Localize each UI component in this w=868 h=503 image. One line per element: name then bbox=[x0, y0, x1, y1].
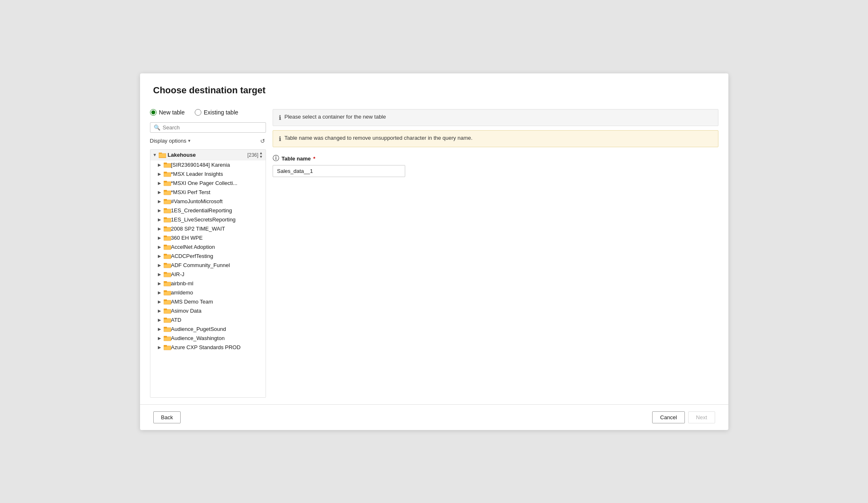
required-star: * bbox=[313, 156, 315, 162]
folder-icon bbox=[164, 317, 171, 323]
scroll-down-arrow[interactable]: ▼ bbox=[259, 155, 263, 159]
table-name-section: Table name * bbox=[273, 155, 718, 177]
table-icon bbox=[273, 155, 279, 161]
table-name-label-row: Table name * bbox=[273, 155, 718, 163]
tree-item-label: ADF Community_Funnel bbox=[171, 262, 230, 268]
tree-item-label: Asimov Data bbox=[171, 308, 202, 314]
info-banner: ℹ Please select a container for the new … bbox=[273, 109, 718, 126]
tree-item-label: Azure CXP Standards PROD bbox=[171, 344, 241, 350]
collapse-icon[interactable]: ▼ bbox=[153, 153, 159, 157]
search-box: 🔍 bbox=[150, 122, 266, 133]
existing-table-radio[interactable] bbox=[195, 109, 201, 116]
folder-icon bbox=[164, 335, 171, 342]
existing-table-radio-label[interactable]: Existing table bbox=[195, 109, 238, 116]
expand-icon[interactable]: ▶ bbox=[158, 245, 164, 249]
folder-icon bbox=[164, 344, 171, 351]
folder-icon bbox=[164, 326, 171, 333]
search-input[interactable] bbox=[163, 124, 262, 131]
expand-icon[interactable]: ▶ bbox=[158, 336, 164, 340]
expand-icon[interactable]: ▶ bbox=[158, 217, 164, 222]
tree-item-label: [SIR236901484] Karenia bbox=[171, 162, 230, 168]
info-icon: ℹ bbox=[279, 114, 281, 121]
folder-icon bbox=[164, 244, 171, 250]
folder-icon bbox=[164, 271, 171, 278]
tree-item-label: airbnb-ml bbox=[171, 280, 193, 287]
tree-item[interactable]: ▶ Audience_PugetSound bbox=[150, 325, 266, 334]
tree-root-label: Lakehouse bbox=[168, 152, 196, 158]
folder-icon bbox=[164, 299, 171, 305]
tree-item[interactable]: ▶ ACDCPerfTesting bbox=[150, 252, 266, 261]
expand-icon[interactable]: ▶ bbox=[158, 199, 164, 204]
expand-icon[interactable]: ▶ bbox=[158, 226, 164, 231]
warning-banner-text: Table name was changed to remove unsuppo… bbox=[285, 135, 473, 141]
expand-icon[interactable]: ▶ bbox=[158, 254, 164, 258]
display-options-row: Display options ▾ ↺ bbox=[150, 136, 266, 146]
footer-right: Cancel Next bbox=[652, 411, 715, 423]
expand-icon[interactable]: ▶ bbox=[158, 345, 164, 350]
tree-item[interactable]: ▶ AMS Demo Team bbox=[150, 297, 266, 306]
folder-icon bbox=[164, 262, 171, 269]
tree-item[interactable]: ▶ AccelNet Adoption bbox=[150, 243, 266, 252]
tree-item[interactable]: ▶ *MSXI One Pager Collecti... bbox=[150, 179, 266, 188]
expand-icon[interactable]: ▶ bbox=[158, 281, 164, 286]
tree-container[interactable]: ▼ Lakehouse [236] ▲ ▼ ▶ bbox=[150, 149, 266, 398]
expand-icon[interactable]: ▶ bbox=[158, 272, 164, 277]
expand-icon[interactable]: ▶ bbox=[158, 163, 164, 167]
svg-point-68 bbox=[276, 156, 276, 156]
next-button: Next bbox=[688, 411, 715, 423]
tree-item-label: amldemo bbox=[171, 289, 193, 296]
chevron-down-icon: ▾ bbox=[188, 138, 191, 143]
tree-item[interactable]: ▶ *MSXi Perf Terst bbox=[150, 188, 266, 197]
tree-item[interactable]: ▶ amldemo bbox=[150, 288, 266, 297]
new-table-radio-label[interactable]: New table bbox=[150, 109, 185, 116]
new-table-radio[interactable] bbox=[150, 109, 157, 116]
expand-icon[interactable]: ▶ bbox=[158, 309, 164, 313]
tree-item[interactable]: ▶ *MSX Leader Insights bbox=[150, 170, 266, 179]
expand-icon[interactable]: ▶ bbox=[158, 263, 164, 267]
expand-icon[interactable]: ▶ bbox=[158, 327, 164, 331]
tree-item[interactable]: ▶ ATD bbox=[150, 316, 266, 325]
tree-item[interactable]: ▶ 2008 SP2 TIME_WAIT bbox=[150, 224, 266, 233]
tree-item[interactable]: ▶ Asimov Data bbox=[150, 306, 266, 316]
tree-item[interactable]: ▶ Azure CXP Standards PROD bbox=[150, 343, 266, 352]
tree-item-label: AccelNet Adoption bbox=[171, 244, 215, 250]
left-panel: New table Existing table 🔍 Display optio… bbox=[150, 109, 266, 398]
tree-item[interactable]: ▶ #VamoJuntoMicrosoft bbox=[150, 197, 266, 206]
tree-item[interactable]: ▶ ADF Community_Funnel bbox=[150, 261, 266, 270]
cancel-button[interactable]: Cancel bbox=[652, 411, 684, 423]
tree-item-label: 2008 SP2 TIME_WAIT bbox=[171, 226, 225, 232]
expand-icon[interactable]: ▶ bbox=[158, 190, 164, 194]
refresh-button[interactable]: ↺ bbox=[259, 137, 266, 145]
tree-item[interactable]: ▶ [SIR236901484] Karenia bbox=[150, 160, 266, 170]
expand-icon[interactable]: ▶ bbox=[158, 208, 164, 213]
tree-root-item[interactable]: ▼ Lakehouse [236] ▲ ▼ bbox=[150, 150, 266, 160]
back-button[interactable]: Back bbox=[153, 411, 181, 423]
tree-item-label: Audience_PugetSound bbox=[171, 326, 226, 332]
tree-item[interactable]: ▶ 1ES_CredentialReporting bbox=[150, 206, 266, 215]
expand-icon[interactable]: ▶ bbox=[158, 181, 164, 185]
folder-icon bbox=[164, 171, 171, 177]
tree-item[interactable]: ▶ airbnb-ml bbox=[150, 279, 266, 288]
tree-item[interactable]: ▶ 360 EH WPE bbox=[150, 233, 266, 243]
existing-table-label: Existing table bbox=[204, 109, 238, 116]
tree-item-label: Audience_Washington bbox=[171, 335, 225, 341]
display-options-toggle[interactable]: Display options ▾ bbox=[150, 138, 191, 144]
folder-icon bbox=[164, 180, 171, 187]
warning-icon: ℹ bbox=[279, 135, 281, 143]
folder-icon bbox=[164, 198, 171, 205]
expand-icon[interactable]: ▶ bbox=[158, 172, 164, 176]
warning-banner: ℹ Table name was changed to remove unsup… bbox=[273, 130, 718, 147]
tree-item[interactable]: ▶ Audience_Washington bbox=[150, 334, 266, 343]
tree-item[interactable]: ▶ 1ES_LiveSecretsReporting bbox=[150, 215, 266, 224]
tree-item-label: *MSXi Perf Terst bbox=[171, 189, 210, 195]
table-name-input[interactable] bbox=[273, 165, 405, 177]
folder-icon bbox=[164, 162, 171, 168]
expand-icon[interactable]: ▶ bbox=[158, 299, 164, 304]
tree-item[interactable]: ▶ AIR-J bbox=[150, 270, 266, 279]
table-type-radio-group: New table Existing table bbox=[150, 109, 266, 116]
expand-icon[interactable]: ▶ bbox=[158, 236, 164, 240]
expand-icon[interactable]: ▶ bbox=[158, 290, 164, 295]
expand-icon[interactable]: ▶ bbox=[158, 318, 164, 322]
tree-item-label: #VamoJuntoMicrosoft bbox=[171, 198, 223, 204]
display-options-label: Display options bbox=[150, 138, 186, 144]
